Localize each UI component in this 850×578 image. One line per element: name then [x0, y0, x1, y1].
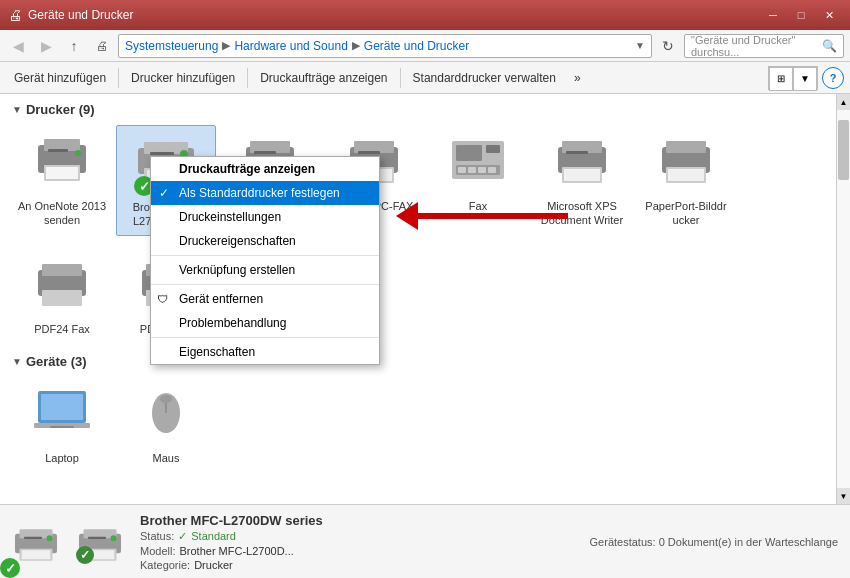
ctx-label-print-settings: Druckeinstellungen: [179, 210, 281, 224]
status-info: Brother MFC-L2700DW series Status: ✓ Sta…: [140, 513, 323, 571]
toolbar: Gerät hinzufügen Drucker hinzufügen Druc…: [0, 62, 850, 94]
status-label: Status:: [140, 530, 174, 543]
ctx-item-remove-device[interactable]: 🛡 Gerät entfernen: [151, 287, 379, 311]
ctx-label-print-jobs: Druckaufträge anzeigen: [179, 162, 315, 176]
ctx-item-print-settings[interactable]: Druckeinstellungen: [151, 205, 379, 229]
context-menu: Druckaufträge anzeigen ✓ Als Standarddru…: [150, 156, 380, 365]
device-icon-laptop: [30, 383, 94, 437]
ctx-item-printer-props[interactable]: Druckereigenschaften: [151, 229, 379, 253]
svg-point-64: [111, 535, 117, 541]
printer-item-paperport[interactable]: PaperPort-Bilddr ucker: [636, 125, 736, 236]
device-icon-wrapper-mouse: [134, 383, 198, 447]
printers-header-text: Drucker (9): [26, 102, 95, 117]
ctx-sep-3: [151, 337, 379, 338]
ctx-item-set-default[interactable]: ✓ Als Standarddrucker festlegen: [151, 181, 379, 205]
printer-icon-wrapper: [30, 131, 94, 195]
breadcrumb[interactable]: Systemsteuerung ▶ Hardware und Sound ▶ G…: [118, 34, 652, 58]
breadcrumb-sep-2: ▶: [352, 39, 360, 52]
model-label: Modell:: [140, 545, 175, 557]
svg-rect-63: [88, 536, 106, 538]
svg-rect-39: [668, 169, 704, 181]
status-printer-icon: [12, 518, 60, 566]
maximize-button[interactable]: □: [788, 5, 814, 25]
minimize-button[interactable]: ─: [760, 5, 786, 25]
toolbar-right: ⊞ ▼ ?: [768, 66, 844, 90]
device-label-laptop: Laptop: [45, 451, 79, 465]
device-item-laptop[interactable]: Laptop: [12, 377, 112, 471]
address-bar-icon-button[interactable]: 🖨: [90, 34, 114, 58]
arrow-line: [418, 213, 568, 219]
svg-rect-5: [48, 149, 68, 152]
breadcrumb-dropdown[interactable]: ▼: [635, 40, 645, 51]
ctx-label-printer-props: Druckereigenschaften: [179, 234, 296, 248]
status-icon-wrapper: ✓: [76, 518, 124, 566]
scroll-up-button[interactable]: ▲: [837, 94, 850, 110]
view-icons-button[interactable]: ⊞: [769, 67, 793, 91]
content-area: ▼ Drucker (9) An OneNote 2013 senden: [0, 94, 836, 504]
back-button[interactable]: ◀: [6, 34, 30, 58]
status-check-green: ✓: [178, 530, 187, 543]
ctx-label-set-default: Als Standarddrucker festlegen: [179, 186, 340, 200]
add-printer-button[interactable]: Drucker hinzufügen: [123, 66, 243, 90]
manage-default-button[interactable]: Standarddrucker verwalten: [405, 66, 564, 90]
svg-rect-25: [486, 145, 500, 153]
printer-item-onenote[interactable]: An OneNote 2013 senden: [12, 125, 112, 236]
ctx-item-create-shortcut[interactable]: Verknüpfung erstellen: [151, 258, 379, 282]
svg-point-58: [47, 535, 53, 541]
printer-icon-wrapper-xps: [550, 131, 614, 195]
status-right: Gerätestatus: 0 Dokument(e) in der Warte…: [590, 536, 838, 548]
printer-item-pdf24fax[interactable]: PDF24 Fax: [12, 248, 112, 342]
up-button[interactable]: ↑: [62, 34, 86, 58]
ctx-label-properties: Eigenschaften: [179, 345, 255, 359]
ctx-label-create-shortcut: Verknüpfung erstellen: [179, 263, 295, 277]
view-dropdown-button[interactable]: ▼: [793, 67, 817, 91]
printer-icon-paperport: [654, 131, 718, 185]
status-bar: ✓ ✓ Brother MFC-L2700DW series Status: ✓…: [0, 504, 850, 578]
device-item-mouse[interactable]: Maus: [116, 377, 216, 471]
status-row-category: Kategorie: Drucker: [140, 559, 323, 571]
breadcrumb-item-2[interactable]: Hardware und Sound: [234, 39, 347, 53]
svg-rect-42: [42, 290, 82, 306]
scroll-down-button[interactable]: ▼: [837, 488, 850, 504]
ctx-item-print-jobs[interactable]: Druckaufträge anzeigen: [151, 157, 379, 181]
help-button[interactable]: ?: [822, 67, 844, 89]
ctx-label-remove-device: Gerät entfernen: [179, 292, 263, 306]
svg-rect-47: [41, 394, 83, 420]
more-options-button[interactable]: »: [566, 66, 589, 90]
printer-icon-xps: [550, 131, 614, 185]
svg-rect-41: [42, 264, 82, 276]
app-icon: 🖨: [8, 7, 22, 23]
printers-section-header: ▼ Drucker (9): [12, 102, 824, 117]
svg-rect-29: [478, 167, 486, 173]
shield-icon: 🛡: [157, 293, 168, 305]
address-bar: ◀ ▶ ↑ 🖨 Systemsteuerung ▶ Hardware und S…: [0, 30, 850, 62]
show-print-jobs-button[interactable]: Druckaufträge anzeigen: [252, 66, 395, 90]
svg-rect-35: [566, 151, 588, 154]
printer-label-paperport: PaperPort-Bilddr ucker: [641, 199, 731, 228]
scroll-thumb[interactable]: [838, 120, 849, 180]
svg-rect-56: [22, 550, 51, 559]
search-icon[interactable]: 🔍: [822, 39, 837, 53]
add-device-button[interactable]: Gerät hinzufügen: [6, 66, 114, 90]
devices-arrow: ▼: [12, 356, 22, 367]
refresh-button[interactable]: ↻: [656, 34, 680, 58]
close-button[interactable]: ✕: [816, 5, 842, 25]
printer-label-onenote: An OneNote 2013 senden: [17, 199, 107, 228]
section-arrow: ▼: [12, 104, 22, 115]
svg-point-4: [75, 150, 81, 156]
breadcrumb-item-1[interactable]: Systemsteuerung: [125, 39, 218, 53]
printer-label-pdf24fax: PDF24 Fax: [34, 322, 90, 336]
printer-icon-onenote: [30, 131, 94, 185]
ctx-item-properties[interactable]: Eigenschaften: [151, 340, 379, 364]
breadcrumb-item-3[interactable]: Geräte und Drucker: [364, 39, 469, 53]
devices-section-header: ▼ Geräte (3): [12, 354, 824, 369]
ctx-sep-1: [151, 255, 379, 256]
search-box[interactable]: "Geräte und Drucker" durchsu... 🔍: [684, 34, 844, 58]
title-bar-left: 🖨 Geräte und Drucker: [8, 7, 133, 23]
svg-rect-22: [358, 151, 380, 154]
svg-rect-49: [50, 426, 74, 428]
ctx-label-troubleshoot: Problembehandlung: [179, 316, 286, 330]
ctx-item-troubleshoot[interactable]: Problembehandlung: [151, 311, 379, 335]
forward-button[interactable]: ▶: [34, 34, 58, 58]
status-row-model: Modell: Brother MFC-L2700D...: [140, 545, 323, 557]
